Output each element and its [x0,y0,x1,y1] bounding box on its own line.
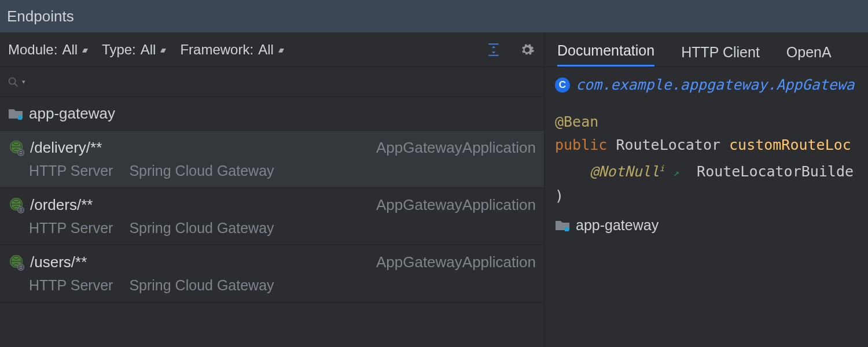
doc-module-name: app-gateway [576,217,659,234]
filter-framework[interactable]: Framework: All ▴▾ [180,42,281,58]
endpoint-class: AppGatewayApplication [376,196,536,214]
code-method-name: customRouteLoc [729,136,851,153]
chevron-updown-icon: ▴▾ [278,45,282,54]
module-name: app-gateway [29,105,115,123]
settings-button[interactable] [518,41,536,58]
code-keyword: public [555,136,607,153]
code-return-type: RouteLocator [616,136,720,153]
endpoint-row-meta: HTTP Server Spring Cloud Gateway [8,163,536,179]
endpoint-item[interactable]: /orders/** AppGatewayApplication HTTP Se… [0,188,544,245]
filter-type-label: Type: [102,42,136,58]
svg-rect-1 [18,116,22,120]
titlebar: Endpoints [0,0,868,32]
endpoint-class: AppGatewayApplication [376,139,536,157]
search-history-chevron-icon[interactable]: ▾ [22,78,25,86]
filter-module[interactable]: Module: All ▴▾ [8,42,86,58]
code-close-paren: ) [555,187,564,204]
tab-openapi[interactable]: OpenA [786,36,832,67]
endpoint-class: AppGatewayApplication [376,253,536,271]
expand-collapse-button[interactable] [485,41,502,58]
search-row[interactable]: ▾ [0,67,544,97]
filter-type-value: All [141,42,156,58]
endpoint-icon [8,197,24,213]
endpoint-item[interactable]: /users/** AppGatewayApplication HTTP Ser… [0,245,544,302]
doc-breadcrumb[interactable]: C com.example.appgateway.AppGatewa [545,67,868,93]
doc-module-row[interactable]: app-gateway [545,208,868,234]
search-icon [6,75,21,90]
doc-tabs: Documentation HTTP Client OpenA [545,32,868,67]
endpoint-framework: Spring Cloud Gateway [129,163,274,179]
code-param-type: RouteLocatorBuilde [697,163,854,180]
endpoint-row-main: /users/** AppGatewayApplication [8,253,536,271]
endpoint-icon [8,254,24,271]
tab-documentation[interactable]: Documentation [557,34,654,67]
tab-http-client[interactable]: HTTP Client [681,36,760,67]
right-panel: Documentation HTTP Client OpenA C com.ex… [544,32,868,347]
endpoint-list: /delivery/** AppGatewayApplication HTTP … [0,131,544,347]
chevron-updown-icon: ▴▾ [160,45,164,54]
endpoint-server: HTTP Server [29,163,113,179]
endpoint-icon [8,140,24,156]
endpoint-path: /delivery/** [30,139,102,157]
endpoint-path: /users/** [30,253,87,271]
doc-fqn: com.example.appgateway.AppGatewa [576,76,855,93]
endpoint-row-main: /orders/** AppGatewayApplication [8,196,536,214]
endpoints-tool-window: Endpoints Module: All ▴▾ Type: All ▴▾ Fr… [0,0,868,347]
svg-rect-8 [565,227,569,231]
left-panel: Module: All ▴▾ Type: All ▴▾ Framework: A… [0,32,544,347]
filter-bar: Module: All ▴▾ Type: All ▴▾ Framework: A… [0,32,544,67]
endpoint-item[interactable]: /delivery/** AppGatewayApplication HTTP … [0,131,544,188]
endpoint-row-meta: HTTP Server Spring Cloud Gateway [8,220,536,237]
filter-framework-value: All [258,42,274,58]
filter-module-label: Module: [8,42,57,58]
external-link-icon[interactable]: ↗ [673,167,679,179]
filter-type[interactable]: Type: All ▴▾ [102,42,164,58]
endpoint-server: HTTP Server [29,277,113,294]
module-folder-icon [555,219,570,232]
gear-icon [520,42,535,57]
endpoint-row-main: /delivery/** AppGatewayApplication [8,139,536,157]
filter-framework-label: Framework: [180,42,253,58]
endpoint-server: HTTP Server [29,220,113,237]
code-param-annotation: @NotNull [590,163,659,180]
doc-code: @Bean public RouteLocator customRouteLoc… [545,101,868,208]
code-param-sup: i [660,164,664,173]
chevron-updown-icon: ▴▾ [82,45,86,54]
filter-module-value: All [62,42,78,58]
class-badge-icon: C [555,77,570,93]
module-node[interactable]: app-gateway [0,97,544,131]
expand-collapse-icon [486,42,501,57]
titlebar-title: Endpoints [7,8,74,25]
endpoint-path: /orders/** [30,196,93,214]
endpoint-row-meta: HTTP Server Spring Cloud Gateway [8,277,536,294]
module-folder-icon [8,108,23,120]
svg-point-0 [9,77,16,84]
main-split: Module: All ▴▾ Type: All ▴▾ Framework: A… [0,32,868,347]
code-annotation: @Bean [555,113,598,130]
endpoint-framework: Spring Cloud Gateway [129,220,274,237]
endpoint-framework: Spring Cloud Gateway [129,277,274,294]
